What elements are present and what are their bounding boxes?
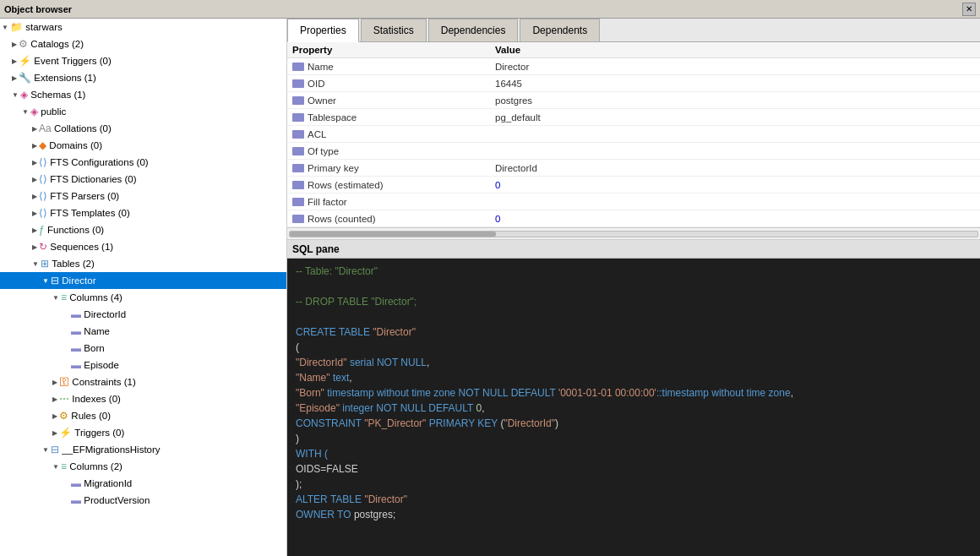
tree-label-columns-4: Columns (4) xyxy=(69,292,122,303)
tree-item-directorid-col[interactable]: ▬ DirectorId xyxy=(0,306,286,323)
tree-item-born-col[interactable]: ▬ Born xyxy=(0,340,286,357)
tree-label-rules: Rules (0) xyxy=(71,411,111,421)
tree-label-event-triggers: Event Triggers (0) xyxy=(34,56,111,66)
sql-line: "DirectorId" serial NOT NULL, xyxy=(296,355,972,370)
tree-item-fts-config[interactable]: ▶⟨⟩ FTS Configurations (0) xyxy=(0,154,286,171)
properties-table: Property Value NameDirectorOID16445Owner… xyxy=(287,42,980,227)
tree-item-catalogs[interactable]: ▶⚙ Catalogs (2) xyxy=(0,35,286,52)
table-row: Fill factor xyxy=(287,194,980,210)
prop-name: Rows (estimated) xyxy=(287,177,490,194)
properties-scrollbar[interactable] xyxy=(287,228,980,240)
table-row: OID16445 xyxy=(287,75,980,92)
tab-dependents[interactable]: Dependents xyxy=(520,19,600,41)
prop-value: pg_default xyxy=(490,109,980,126)
tree-item-columns-4[interactable]: ▼≡ Columns (4) xyxy=(0,289,286,306)
tree-item-efmigrations[interactable]: ▼⊟ __EFMigrationsHistory xyxy=(0,441,286,458)
prop-name: OID xyxy=(287,75,490,92)
scrollbar-track[interactable] xyxy=(289,231,978,237)
tree-label-fts-config: FTS Configurations (0) xyxy=(50,157,148,167)
tree-item-public[interactable]: ▼◈ public xyxy=(0,103,286,120)
title-bar: Object browser ✕ xyxy=(0,0,980,19)
prop-value: 0 xyxy=(490,210,980,227)
prop-col-property: Property xyxy=(287,42,490,58)
tree-label-domains: Domains (0) xyxy=(49,140,102,150)
tree-label-constraints: Constraints (1) xyxy=(72,377,135,387)
sql-line: ALTER TABLE "Director" xyxy=(296,492,972,507)
sql-line xyxy=(296,309,972,324)
sql-line: WITH ( xyxy=(296,446,972,461)
tree-item-episode-col[interactable]: ▬ Episode xyxy=(0,357,286,373)
table-row: Ownerpostgres xyxy=(287,92,980,109)
tree-item-domains[interactable]: ▶◆ Domains (0) xyxy=(0,137,286,154)
tree-item-starwars[interactable]: ▼📁 starwars xyxy=(0,19,286,35)
tab-bar: Properties Statistics Dependencies Depen… xyxy=(287,19,980,42)
tree-item-fts-template[interactable]: ▶⟨⟩ FTS Templates (0) xyxy=(0,204,286,221)
prop-value: postgres xyxy=(490,92,980,109)
close-button[interactable]: ✕ xyxy=(962,3,976,16)
table-row: Rows (counted)0 xyxy=(287,210,980,227)
tree-label-fts-parser: FTS Parsers (0) xyxy=(50,191,119,201)
tree-item-collations[interactable]: ▶Aa Collations (0) xyxy=(0,120,286,137)
table-row: ACL xyxy=(287,126,980,143)
prop-name: Owner xyxy=(287,92,490,109)
prop-name: Of type xyxy=(287,143,490,160)
tree-item-indexes[interactable]: ▶⋯ Indexes (0) xyxy=(0,390,286,407)
tree-item-columns-2[interactable]: ▼≡ Columns (2) xyxy=(0,458,286,475)
tree-item-schemas[interactable]: ▼◈ Schemas (1) xyxy=(0,86,286,103)
tree-label-catalogs: Catalogs (2) xyxy=(30,39,84,49)
prop-value xyxy=(490,143,980,160)
tree-label-episode-col: Episode xyxy=(84,360,119,370)
prop-col-value: Value xyxy=(490,42,980,58)
prop-value: Director xyxy=(490,58,980,75)
sql-line: ( xyxy=(296,340,972,355)
prop-value: 0 xyxy=(490,177,980,194)
prop-value: DirectorId xyxy=(490,160,980,177)
prop-value xyxy=(490,194,980,210)
tree-label-triggers: Triggers (0) xyxy=(74,428,124,438)
tree-item-sequences[interactable]: ▶↻ Sequences (1) xyxy=(0,238,286,255)
sql-line: ); xyxy=(296,477,972,492)
sql-pane: -- Table: "Director" -- DROP TABLE "Dire… xyxy=(287,259,980,556)
tree-item-functions[interactable]: ▶ƒ Functions (0) xyxy=(0,221,286,238)
tree-item-event-triggers[interactable]: ▶⚡ Event Triggers (0) xyxy=(0,52,286,69)
tree-item-fts-dict[interactable]: ▶⟨⟩ FTS Dictionaries (0) xyxy=(0,171,286,188)
prop-name: Rows (counted) xyxy=(287,210,490,227)
scrollbar-thumb[interactable] xyxy=(290,232,496,237)
tree-label-collations: Collations (0) xyxy=(54,123,112,134)
tab-statistics[interactable]: Statistics xyxy=(361,19,427,41)
tree-label-sequences: Sequences (1) xyxy=(50,242,113,252)
tree-item-triggers[interactable]: ▶⚡ Triggers (0) xyxy=(0,424,286,441)
tree-item-name-col[interactable]: ▬ Name xyxy=(0,323,286,340)
tree-label-functions: Functions (0) xyxy=(47,225,104,235)
tree-item-constraints[interactable]: ▶⚿ Constraints (1) xyxy=(0,373,286,390)
tree-item-director[interactable]: ▼⊟ Director xyxy=(0,272,286,289)
tab-dependencies[interactable]: Dependencies xyxy=(428,19,519,41)
prop-value xyxy=(490,126,980,143)
tree-item-extensions[interactable]: ▶🔧 Extensions (1) xyxy=(0,69,286,86)
tree-label-public: public xyxy=(41,106,66,117)
sql-line: "Name" text, xyxy=(296,370,972,385)
tree-label-tables: Tables (2) xyxy=(52,259,95,269)
prop-name: Tablespace xyxy=(287,109,490,126)
tree-label-indexes: Indexes (0) xyxy=(72,394,121,404)
tree-label-name-col: Name xyxy=(84,326,110,336)
sql-line: ) xyxy=(296,431,972,446)
window-title: Object browser xyxy=(4,4,72,14)
sql-line: CREATE TABLE "Director" xyxy=(296,324,972,340)
table-row: Tablespacepg_default xyxy=(287,109,980,126)
tree-item-migrationid-col[interactable]: ▬ MigrationId xyxy=(0,475,286,492)
object-browser-tree: ▼📁 starwars▶⚙ Catalogs (2)▶⚡ Event Trigg… xyxy=(0,19,287,556)
tree-item-tables[interactable]: ▼⊞ Tables (2) xyxy=(0,255,286,272)
sql-pane-header: SQL pane xyxy=(287,240,980,259)
tree-label-productversion-col: ProductVersion xyxy=(84,495,150,505)
table-row: NameDirector xyxy=(287,58,980,75)
table-row: Of type xyxy=(287,143,980,160)
tree-label-schemas: Schemas (1) xyxy=(30,90,85,100)
properties-section: Property Value NameDirectorOID16445Owner… xyxy=(287,42,980,228)
tree-item-productversion-col[interactable]: ▬ ProductVersion xyxy=(0,492,286,509)
tree-item-rules[interactable]: ▶⚙ Rules (0) xyxy=(0,407,286,424)
sql-line: -- DROP TABLE "Director"; xyxy=(296,294,972,309)
tab-properties[interactable]: Properties xyxy=(287,19,359,42)
tree-label-starwars: starwars xyxy=(25,22,62,32)
tree-item-fts-parser[interactable]: ▶⟨⟩ FTS Parsers (0) xyxy=(0,188,286,204)
